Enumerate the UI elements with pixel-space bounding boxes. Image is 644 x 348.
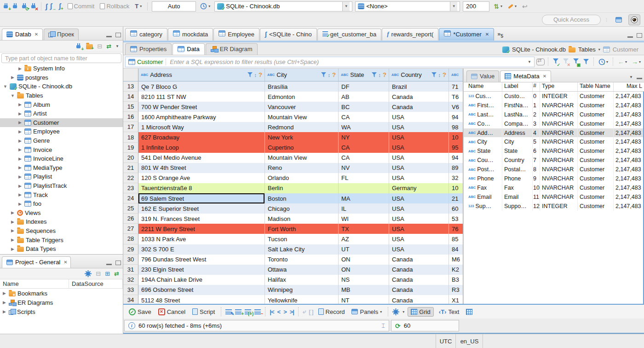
cell-label[interactable]: State: [502, 146, 533, 156]
cell-state[interactable]: NT: [339, 295, 389, 304]
tree-item[interactable]: ▶ InvoiceLine: [0, 154, 123, 163]
text-view-toggle[interactable]: ‹T›Text: [437, 307, 461, 316]
cell-postalcode[interactable]: 84: [449, 244, 463, 255]
cell-city[interactable]: Boston: [265, 193, 339, 203]
cell-city[interactable]: Salt Lake City: [265, 244, 339, 255]
row-number-cell[interactable]: 14: [123, 92, 138, 102]
column-header[interactable]: ABCCity↕?: [265, 69, 339, 81]
cell-label[interactable]: Custo…: [502, 92, 533, 101]
expand-all-icon[interactable]: ⊞: [105, 270, 110, 277]
cell-number[interactable]: 0: [533, 92, 540, 101]
collapse-all-icon[interactable]: ⊟: [96, 270, 101, 277]
cell-country[interactable]: Germany: [389, 183, 449, 193]
cell-state[interactable]: CA: [339, 112, 389, 122]
row-number-cell[interactable]: 33: [123, 285, 138, 295]
tree-item[interactable]: ▶ Artist: [0, 109, 123, 118]
cell-max-length[interactable]: 2,147,483: [614, 165, 643, 174]
quick-access-input[interactable]: Quick Access: [542, 15, 601, 25]
schema-select[interactable]: <None> ▼: [355, 1, 460, 12]
tree-item[interactable]: ▶ Track: [0, 190, 123, 199]
cell-type[interactable]: NVARCHAR: [540, 146, 578, 156]
cell-type[interactable]: NVARCHAR: [540, 192, 578, 202]
cell-number[interactable]: 11: [533, 192, 540, 202]
cell-postalcode[interactable]: 10: [449, 132, 463, 142]
filter-funnel-icon[interactable]: [372, 72, 377, 77]
column-header[interactable]: ABCState↕?: [339, 69, 389, 81]
cell-state[interactable]: CA: [339, 143, 389, 153]
cell-max-length[interactable]: 2,147,483: [614, 137, 643, 146]
project-item[interactable]: ▶ ER Diagrams: [0, 298, 123, 307]
connection-select[interactable]: SQLite - Chinook.db ▼: [214, 1, 352, 12]
cell-city[interactable]: Winnipeg: [265, 285, 339, 295]
row-number-cell[interactable]: 20: [123, 153, 138, 163]
cell-number[interactable]: 10: [533, 183, 540, 192]
cell-city[interactable]: Berlin: [265, 183, 339, 193]
pin-icon[interactable]: ⌶: [381, 322, 385, 330]
maximize-icon[interactable]: [115, 261, 121, 265]
cell-max-length[interactable]: 2,147,483: [614, 101, 643, 110]
cell-country[interactable]: USA: [389, 122, 449, 132]
tab-projects[interactable]: Проек: [44, 29, 79, 40]
cell-city[interactable]: Mountain View: [265, 112, 339, 122]
sql-editor-icon[interactable]: ∫: [46, 2, 47, 10]
cell-label[interactable]: Suppo…: [502, 202, 533, 211]
cell-column-name[interactable]: ABCPhone: [464, 174, 502, 183]
row-number-cell[interactable]: 23: [123, 183, 138, 193]
open-perspective-button[interactable]: [613, 14, 625, 25]
cell-label[interactable]: Fax: [502, 183, 533, 192]
metadata-row[interactable]: ABCCo… Compa… 3 NVARCHAR Customer 2,147,…: [464, 119, 643, 128]
column-name[interactable]: Name: [464, 82, 502, 91]
cell-type[interactable]: NVARCHAR: [540, 174, 578, 183]
tab-database-navigator[interactable]: Datab✕: [2, 29, 43, 40]
cell-state[interactable]: BC: [339, 102, 389, 112]
maximize-icon[interactable]: [637, 33, 642, 38]
row-number-cell[interactable]: 32: [123, 275, 138, 285]
cell-postalcode[interactable]: 10: [449, 183, 463, 193]
script-button[interactable]: Script: [190, 307, 217, 316]
rollback-button[interactable]: Rollback: [98, 2, 131, 11]
cell-postalcode[interactable]: T6: [449, 92, 463, 102]
metadata-row[interactable]: 123Cus… Custo… 0 INTEGER Customer 2,147,…: [464, 92, 643, 101]
expander-icon[interactable]: ▶: [17, 165, 23, 170]
fetch-all-icon[interactable]: [ ]: [309, 308, 313, 315]
timezone-indicator[interactable]: UTC: [436, 334, 456, 348]
cell-city[interactable]: Mountain View: [265, 153, 339, 163]
gear-icon[interactable]: [85, 270, 92, 277]
cell-type[interactable]: NVARCHAR: [540, 165, 578, 174]
cell-state[interactable]: AB: [339, 92, 389, 102]
cell-table-name[interactable]: Customer: [578, 183, 614, 192]
previous-row-icon[interactable]: <: [277, 308, 281, 315]
column-max-length[interactable]: Max L: [614, 82, 644, 91]
cell-address[interactable]: 5112 48 Street: [138, 295, 265, 304]
editor-tab[interactable]: f rewards_report(: [382, 28, 438, 41]
next-row-icon[interactable]: >: [283, 308, 287, 315]
close-icon[interactable]: ✕: [63, 260, 67, 265]
tree-item[interactable]: ▶ Invoice: [0, 145, 123, 154]
sort-hint-icon[interactable]: ?: [443, 71, 446, 78]
refresh-button[interactable]: ⇅▾: [492, 2, 504, 11]
cell-table-name[interactable]: Customer: [578, 92, 614, 101]
cell-state[interactable]: IL: [339, 203, 389, 214]
link-editor-icon[interactable]: ⇄: [114, 270, 119, 277]
tree-item[interactable]: ▼ Tables: [0, 91, 123, 100]
column-name[interactable]: Name: [0, 279, 69, 288]
expander-icon[interactable]: ▶: [17, 111, 23, 116]
cell-column-name[interactable]: 123Sup…: [464, 202, 502, 211]
metadata-row[interactable]: ABCFirst… FirstNa… 1 NVARCHAR Customer 2…: [464, 101, 643, 110]
custom-filter-icon[interactable]: [582, 58, 590, 65]
grid-view-toggle[interactable]: Grid: [408, 307, 434, 317]
maximize-icon[interactable]: [115, 33, 121, 37]
new-connection-icon[interactable]: +: [75, 43, 82, 50]
cell-label[interactable]: LastNa…: [502, 110, 533, 119]
delete-row-icon[interactable]: −: [254, 309, 261, 314]
cell-state[interactable]: ON: [339, 255, 389, 265]
tree-item[interactable]: ▶ PlaylistTrack: [0, 181, 123, 191]
duplicate-row-icon[interactable]: (+): [245, 309, 251, 314]
connection-select-arrow[interactable]: ▼: [342, 2, 350, 11]
editor-tab[interactable]: Employee: [213, 28, 259, 41]
cell-state[interactable]: TX: [339, 224, 389, 234]
cell-label[interactable]: Country: [502, 156, 533, 165]
editor-tab[interactable]: category: [125, 28, 167, 41]
cell-address[interactable]: 120 S Orange Ave: [138, 173, 265, 183]
cell-country[interactable]: Canada: [389, 102, 449, 112]
